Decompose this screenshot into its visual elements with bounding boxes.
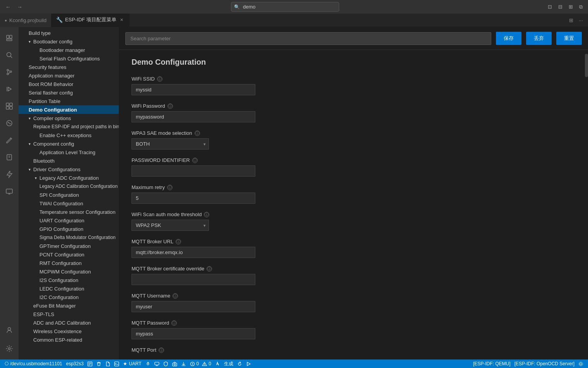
tree-item-component-config[interactable]: ▾ Component config — [19, 139, 119, 148]
select-wpa3-sae[interactable]: BOTH HUNT_AND_PECK H2E — [132, 138, 209, 150]
tree-item-efuse[interactable]: eFuse Bit Manager — [19, 301, 119, 310]
scrollbar-thumb[interactable] — [585, 54, 588, 77]
info-icon-wifi-password[interactable]: ⓘ — [168, 103, 173, 109]
nav-back-button[interactable]: ← — [3, 2, 13, 12]
tree-item-twai[interactable]: TWAI Configuration — [19, 199, 119, 208]
activity-extensions[interactable] — [2, 98, 17, 114]
tree-item-security[interactable]: Security features — [19, 63, 119, 71]
info-icon-mqtt-password[interactable]: ⓘ — [171, 320, 177, 326]
tree-item-mcpwm[interactable]: MCPWM Configuration — [19, 267, 119, 276]
activity-explorer[interactable] — [2, 30, 17, 46]
tree-item-bluetooth[interactable]: Bluetooth — [19, 156, 119, 165]
status-golive-icon[interactable] — [577, 361, 585, 366]
status-camera-icon[interactable] — [171, 361, 179, 366]
info-icon-mqtt-username[interactable]: ⓘ — [173, 293, 178, 299]
tab-espidf-close[interactable]: ✕ — [119, 17, 125, 23]
input-wifi-password[interactable] — [132, 111, 255, 122]
tree-item-compiler-options[interactable]: ▾ Compiler options — [19, 114, 119, 122]
tree-item-ledc[interactable]: LEDC Configuration — [19, 284, 119, 293]
nav-forward-button[interactable]: → — [15, 2, 25, 12]
tree-item-boot-rom[interactable]: Boot ROM Behavior — [19, 80, 119, 88]
tree-item-i2c[interactable]: I2C Configuration — [19, 293, 119, 301]
activity-monitor[interactable] — [2, 184, 17, 199]
tree-item-build-type[interactable]: Build type — [19, 29, 119, 37]
search-parameter-input[interactable] — [125, 32, 491, 45]
tree-item-uart[interactable]: UART Configuration — [19, 216, 119, 225]
tree-item-partition-table[interactable]: Partition Table — [19, 97, 119, 105]
activity-build2[interactable] — [2, 132, 17, 148]
input-max-retry[interactable] — [132, 193, 255, 204]
status-run-btn[interactable] — [244, 361, 253, 366]
scrollbar-track[interactable] — [585, 50, 588, 359]
info-icon-max-retry[interactable]: ⓘ — [167, 185, 173, 190]
layout-custom-button[interactable]: ⧉ — [577, 2, 585, 12]
layout-grid-button[interactable]: ⊞ — [566, 2, 575, 12]
status-build-text[interactable]: 生成 — [222, 361, 235, 367]
status-errors[interactable]: 0 0 — [188, 361, 213, 366]
tree-item-app-manager[interactable]: Application manager — [19, 71, 119, 80]
status-download-icon[interactable] — [179, 361, 188, 366]
status-flame-icon[interactable] — [144, 361, 152, 366]
activity-run[interactable] — [2, 81, 17, 97]
input-mqtt-username[interactable] — [132, 301, 255, 312]
status-trash-icon[interactable] — [95, 361, 103, 366]
info-icon-mqtt-cert[interactable]: ⓘ — [207, 266, 212, 272]
tree-item-enable-cpp[interactable]: Enable C++ exceptions — [19, 131, 119, 139]
info-icon-wifi-scan-auth[interactable]: ⓘ — [204, 212, 209, 217]
tree-item-legacy-adc[interactable]: ▾ Legacy ADC Configuration — [19, 174, 119, 182]
layout-split-button[interactable]: ⊟ — [556, 2, 565, 12]
input-mqtt-cert[interactable] — [132, 274, 255, 285]
activity-settings[interactable] — [2, 341, 17, 356]
input-mqtt-password[interactable] — [132, 328, 255, 339]
status-refresh-icon[interactable] — [236, 361, 244, 366]
tree-item-common-esp[interactable]: Common ESP-related — [19, 335, 119, 344]
info-icon-wpa3-sae[interactable]: ⓘ — [195, 131, 200, 136]
status-uart[interactable]: ★ UART — [121, 361, 143, 366]
tree-item-bootloader-config[interactable]: ▾ Bootloader config — [19, 37, 119, 46]
tree-item-i2s[interactable]: I2S Configuration — [19, 276, 119, 284]
tree-item-gptimer[interactable]: GPTimer Configuration — [19, 242, 119, 250]
status-sdk-icon[interactable] — [86, 361, 94, 366]
tree-item-demo-config[interactable]: Demo Configuration — [19, 105, 119, 114]
status-terminal-icon[interactable] — [113, 361, 121, 366]
title-search-input[interactable] — [231, 2, 339, 12]
tree-item-gpio[interactable]: GPIO Configuration — [19, 225, 119, 233]
tree-item-serial-flasher[interactable]: Serial flasher config — [19, 88, 119, 97]
tree-item-adc-cal[interactable]: ADC and ADC Calibration — [19, 318, 119, 327]
activity-esp-devices[interactable] — [2, 150, 17, 165]
tree-item-temp-sensor[interactable]: Temperature sensor Configuration — [19, 208, 119, 216]
tab-espidf[interactable]: 🔧 ESP-IDF 项目配置菜单 ✕ — [51, 14, 130, 27]
tree-item-sigma-delta[interactable]: Sigma Delta Modulator Configuration — [19, 233, 119, 242]
tree-item-rmt[interactable]: RMT Configuration — [19, 259, 119, 267]
activity-search[interactable] — [2, 47, 17, 63]
tree-item-replace-espidf[interactable]: Replace ESP-IDF and project paths in bin… — [19, 122, 119, 131]
info-icon-mqtt-url[interactable]: ⓘ — [176, 239, 181, 244]
tree-item-wireless[interactable]: Wireless Coexistence — [19, 327, 119, 335]
status-build-icon[interactable] — [214, 361, 222, 366]
input-wifi-ssid[interactable] — [132, 84, 255, 95]
layout-toggle-button[interactable]: ⊡ — [545, 2, 554, 12]
activity-idf[interactable] — [2, 115, 17, 131]
tree-item-serial-flash[interactable]: Serial Flash Configurations — [19, 54, 119, 63]
status-idf-qemu[interactable]: [ESP-IDF: QEMU] — [472, 361, 512, 366]
activity-accounts[interactable] — [2, 322, 17, 338]
input-password-id[interactable] — [132, 165, 255, 177]
tab-kconfig[interactable]: ● Kconfig.projbuild — [0, 14, 51, 27]
info-icon-wifi-ssid[interactable]: ⓘ — [157, 76, 162, 82]
tree-item-driver-configs[interactable]: ▾ Driver Configurations — [19, 165, 119, 174]
info-icon-password-id[interactable]: ⓘ — [192, 158, 198, 163]
activity-source-control[interactable] — [2, 64, 17, 80]
tree-item-esp-tls[interactable]: ESP-TLS — [19, 310, 119, 318]
reset-button[interactable]: 重置 — [556, 32, 582, 45]
tree-item-bootloader-manager[interactable]: Bootloader manager — [19, 46, 119, 54]
status-chip[interactable]: esp32s3 — [65, 361, 85, 366]
status-file-icon[interactable] — [104, 361, 112, 366]
activity-flash[interactable] — [2, 167, 17, 182]
select-wifi-scan-auth[interactable]: OPEN WEP WPA PSK WPA2 PSK WPA WPA2 PSK W… — [132, 220, 209, 231]
status-monitor-icon[interactable] — [153, 361, 161, 366]
save-button[interactable]: 保存 — [496, 32, 521, 45]
status-idf-openocd[interactable]: [ESP-IDF: OpenOCD Server] — [513, 361, 576, 366]
tab-split-button[interactable]: ⊞ — [567, 16, 575, 24]
tree-item-app-tracing[interactable]: Application Level Tracing — [19, 148, 119, 156]
tree-item-legacy-adc-cal[interactable]: Legacy ADC Calibration Configuration — [19, 182, 119, 191]
